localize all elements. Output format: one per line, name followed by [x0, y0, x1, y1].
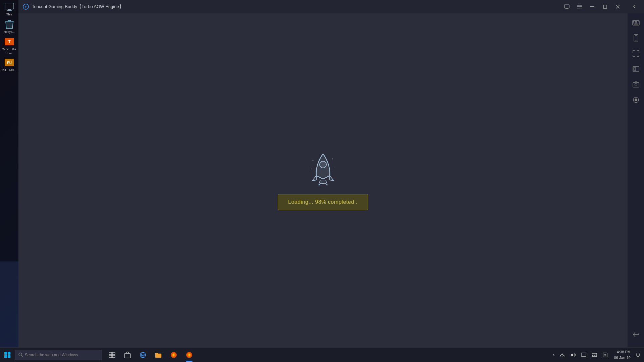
- svg-point-66: [562, 356, 563, 357]
- start-button[interactable]: [0, 348, 15, 362]
- screenshot-btn[interactable]: [630, 78, 642, 90]
- svg-point-34: [635, 41, 636, 42]
- svg-point-22: [311, 169, 312, 169]
- task-view-btn[interactable]: [105, 348, 119, 362]
- store-btn[interactable]: [120, 348, 135, 362]
- svg-rect-43: [8, 352, 10, 355]
- svg-rect-67: [581, 353, 586, 356]
- menu-btn[interactable]: [574, 2, 585, 11]
- svg-rect-15: [590, 6, 594, 7]
- sidebar-back-btn[interactable]: [630, 328, 642, 341]
- expand-btn[interactable]: [630, 48, 642, 60]
- svg-rect-51: [112, 355, 115, 358]
- pubg-label: PU... MO...: [2, 69, 17, 72]
- notifications-btn[interactable]: [635, 348, 641, 362]
- tencent-label: Tenc... Gam...: [1, 48, 18, 55]
- desktop-icon-tencent[interactable]: T Tenc... Gam...: [1, 37, 18, 55]
- svg-rect-13: [577, 6, 582, 7]
- record-btn[interactable]: [630, 94, 642, 106]
- svg-rect-29: [633, 22, 634, 23]
- display-icon[interactable]: [579, 348, 588, 362]
- svg-rect-42: [4, 352, 7, 355]
- svg-point-64: [560, 355, 561, 356]
- svg-rect-26: [635, 21, 636, 22]
- right-sidebar: [627, 13, 644, 347]
- svg-rect-11: [565, 9, 569, 9]
- window-title: Tencent Gaming Buddy【Turbo AOW Engine】: [32, 4, 561, 10]
- svg-rect-27: [636, 21, 637, 22]
- svg-point-39: [635, 84, 637, 86]
- svg-rect-52: [124, 354, 130, 358]
- desktop: This Recyc... T Tenc... Gam...: [0, 0, 644, 362]
- maximize-btn[interactable]: [600, 2, 610, 11]
- pubg-icon: PU: [4, 57, 15, 68]
- svg-rect-50: [109, 355, 112, 358]
- svg-point-62: [189, 354, 190, 356]
- svg-rect-16: [603, 5, 607, 8]
- loading-box: Loading... 98% completed .: [278, 194, 368, 210]
- svg-rect-31: [636, 22, 637, 23]
- keyboard-btn[interactable]: [630, 17, 642, 29]
- taskbar: Search the web and Windows: [0, 347, 644, 362]
- svg-rect-37: [634, 67, 636, 71]
- ime-icon[interactable]: 中: [600, 348, 610, 362]
- svg-text:T: T: [8, 40, 11, 44]
- taskbar-clock[interactable]: 4:38 PM 06-Jan-19: [611, 349, 633, 360]
- desktop-icon-recycle-bin[interactable]: Recyc...: [1, 19, 18, 34]
- loading-text: Loading... 98% completed .: [288, 199, 358, 205]
- tencent-icon: T: [4, 37, 15, 47]
- desktop-icon-pubg[interactable]: PU PU... MO...: [1, 57, 18, 72]
- desktop-icon-this-pc[interactable]: This: [1, 2, 18, 16]
- svg-point-23: [334, 167, 334, 168]
- taskbar-app-icons: e: [105, 348, 197, 362]
- this-pc-label: This: [6, 13, 12, 16]
- svg-text:e: e: [142, 354, 144, 357]
- svg-rect-10: [566, 8, 568, 9]
- taskbar-right-area: ∧: [551, 348, 644, 362]
- svg-point-63: [562, 353, 563, 354]
- rocket-icon: [306, 150, 340, 184]
- network-icon[interactable]: [557, 348, 567, 362]
- svg-rect-35: [635, 35, 637, 36]
- title-bar: T Tencent Gaming Buddy【Turbo AOW Engine】: [18, 0, 644, 13]
- minimize-btn[interactable]: [587, 2, 598, 11]
- search-placeholder: Search the web and Windows: [25, 353, 78, 357]
- svg-rect-9: [565, 5, 569, 8]
- window-snap-btn[interactable]: [630, 63, 642, 75]
- svg-line-47: [21, 356, 23, 357]
- desktop-icons-panel: This Recyc... T Tenc... Gam...: [0, 0, 18, 261]
- svg-rect-38: [633, 82, 639, 87]
- app-content: Loading... 98% completed .: [18, 13, 644, 347]
- title-bar-controls: [561, 2, 640, 11]
- svg-rect-30: [635, 22, 636, 23]
- app-icon: T: [22, 3, 29, 10]
- monitor-btn[interactable]: [561, 2, 572, 11]
- svg-point-20: [312, 160, 313, 161]
- recycle-bin-icon: [4, 19, 15, 30]
- taskbar-search[interactable]: Search the web and Windows: [15, 350, 102, 360]
- recycle-bin-label: Recyc...: [4, 31, 15, 34]
- volume-icon[interactable]: [568, 348, 578, 362]
- svg-text:中: 中: [604, 353, 606, 356]
- ie-btn[interactable]: e: [136, 348, 150, 362]
- svg-rect-14: [577, 8, 582, 9]
- system-tray-expand[interactable]: ∧: [551, 353, 556, 357]
- close-btn[interactable]: [612, 2, 623, 11]
- svg-point-59: [173, 354, 174, 356]
- app-window: T Tencent Gaming Buddy【Turbo AOW Engine】: [18, 0, 644, 347]
- files-btn[interactable]: [151, 348, 166, 362]
- svg-rect-28: [638, 21, 638, 22]
- svg-rect-25: [633, 21, 634, 22]
- svg-rect-49: [112, 352, 115, 355]
- phone-btn[interactable]: [630, 32, 642, 44]
- svg-rect-0: [5, 3, 14, 9]
- svg-text:ENG: ENG: [592, 354, 597, 356]
- svg-point-19: [320, 161, 326, 168]
- svg-point-46: [19, 353, 22, 356]
- svg-rect-32: [634, 24, 638, 25]
- browser2-btn[interactable]: [182, 348, 197, 362]
- back-btn[interactable]: [629, 2, 640, 11]
- this-pc-icon: [4, 2, 15, 12]
- browser1-btn[interactable]: [166, 348, 181, 362]
- keyboard-lang-icon[interactable]: ENG: [590, 348, 599, 362]
